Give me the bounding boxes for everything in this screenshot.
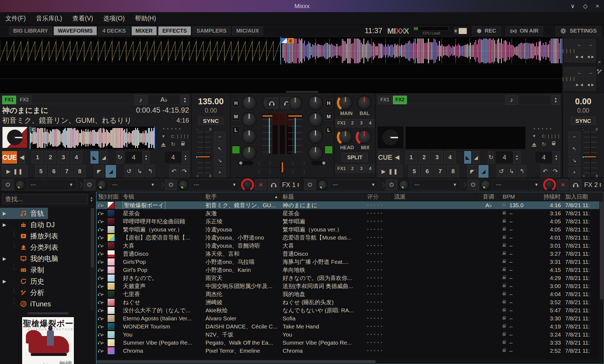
unlock-icon[interactable] bbox=[178, 141, 187, 148]
deck1-hotcue-button[interactable]: 4 bbox=[71, 151, 82, 164]
deck1-overview-waveform[interactable]: C bbox=[30, 127, 155, 149]
deck2-pitch-handle[interactable] bbox=[584, 155, 597, 158]
deck1-key-stepper[interactable]: ▲▼ bbox=[181, 95, 189, 105]
bpm-lock-icon[interactable] bbox=[503, 237, 506, 239]
table-row[interactable]: ▸ Girl's Pop 小野道ono、Karin 单向地铁 ••••• – 4… bbox=[97, 266, 604, 274]
preview-button[interactable]: ▸ bbox=[97, 226, 107, 233]
deck2-waveform[interactable] bbox=[0, 65, 562, 93]
ch2-quickeffect-knob[interactable] bbox=[308, 146, 323, 160]
deck2-zoom-in-button[interactable]: → bbox=[585, 67, 596, 78]
broadcast-button[interactable]: ((●))ON AIR bbox=[506, 26, 543, 36]
cell-rating[interactable]: ••••• bbox=[365, 314, 392, 322]
cell-rating[interactable]: ••••• bbox=[365, 217, 392, 225]
fx2-slot3-power-button[interactable]: ⏻ bbox=[468, 179, 479, 190]
cell-rating[interactable]: ••••• bbox=[365, 306, 392, 314]
table-row[interactable]: ▸ 哔哩哔哩拜年纪金曲回顾 乐正绫 繁华唱遍 ••••• – 4:05 7/8/… bbox=[97, 217, 604, 226]
fx2-slot2-select[interactable]: ---▼ bbox=[411, 179, 461, 190]
bpm-lock-icon[interactable] bbox=[503, 253, 506, 255]
deck1-hotcue-button[interactable]: 1 bbox=[32, 151, 43, 164]
sidebar-item[interactable]: ▶ 音轨 bbox=[0, 208, 48, 219]
deck1-hotcue-button[interactable]: 8 bbox=[74, 165, 85, 178]
table-row[interactable]: ▸ Girls'Pop 小野道ono、乌拉喵 海豚与广播 小野道 Feat...… bbox=[97, 258, 604, 266]
deck1-sync-button[interactable]: SYNC bbox=[198, 117, 223, 125]
cell-rating[interactable]: ••••• bbox=[365, 331, 392, 338]
toolbar-view-button[interactable]: MIC/AUX bbox=[232, 26, 263, 35]
toolbar-view-button[interactable]: MIXER bbox=[132, 26, 157, 35]
skin-toggle[interactable] bbox=[454, 27, 468, 35]
table-horizontal-scrollbar[interactable] bbox=[97, 359, 604, 364]
cell-rating[interactable]: ••••• bbox=[365, 242, 392, 249]
deck2-beatgrid-left-button[interactable]: ►◄ bbox=[574, 79, 585, 91]
search-input[interactable] bbox=[2, 194, 88, 204]
deck1-fx2-toggle[interactable]: FX2 bbox=[17, 96, 31, 104]
main-fx-assign-button[interactable]: 4 bbox=[366, 119, 374, 127]
table-row[interactable]: ▸ 普通Disco 洛天依、言和 普通Disco ••••• – 3:27 7/… bbox=[97, 250, 604, 258]
ch1-pfl-button[interactable] bbox=[266, 97, 278, 109]
deck1-loop-out-button[interactable]: ↰ bbox=[146, 165, 155, 178]
preview-button[interactable]: ▸ bbox=[97, 209, 107, 217]
cell-rating[interactable]: ••••• bbox=[365, 298, 392, 306]
fx2-slot1-select[interactable]: ---▼ bbox=[329, 179, 379, 190]
table-row[interactable]: ▸ 没什么大不了的（なんで... Akie秋绘 なんでもないや (原唱: RA.… bbox=[97, 306, 604, 314]
toolbar-view-button[interactable]: WAVEFORMS bbox=[54, 26, 97, 35]
bpm-lock-icon[interactable] bbox=[503, 220, 506, 223]
bpm-lock-icon[interactable] bbox=[503, 350, 506, 352]
table-row[interactable]: ▸ WONDER Tourism DAISHI DANCE、Cécile C..… bbox=[97, 323, 604, 331]
fx2-slot1-power-button[interactable]: ⏻ bbox=[304, 179, 316, 190]
bpm-lock-icon[interactable] bbox=[503, 277, 506, 279]
fx1-slot3-meta-knob[interactable] bbox=[178, 180, 188, 190]
ch1-crossfader-assign[interactable] bbox=[238, 161, 253, 165]
deck1-hotcue-button[interactable]: 2 bbox=[45, 151, 56, 164]
deck2-nudge-up-button[interactable]: ↖ bbox=[569, 144, 580, 154]
deck1-hotcue-button[interactable]: 3 bbox=[58, 151, 69, 164]
table-row[interactable]: ▸ 大喜 泠鸢yousa、音阙诗听 大喜 ••••• – 3:01 7/8/21… bbox=[97, 242, 604, 250]
ch1-quickeffect-toggle[interactable] bbox=[232, 146, 239, 153]
fx1-pfl-button[interactable] bbox=[268, 179, 279, 190]
deck2-fx1-toggle[interactable]: FX1 bbox=[378, 96, 392, 104]
deck1-reverse-button[interactable]: ◀ bbox=[19, 151, 25, 164]
deck1-rate-down-button[interactable]: − bbox=[214, 132, 225, 142]
deck2-play-button[interactable]: ▶ ❚❚ bbox=[378, 165, 402, 178]
table-row[interactable]: ▸ 聖槍爆裂ボーイ 初音ミク、鏡音リン、GU... 神のまにまに ••••• A… bbox=[97, 201, 604, 209]
main-fx-assign-button[interactable]: FX1 bbox=[335, 119, 348, 127]
table-row[interactable]: ▸ ねぐせ 洲崎綾 ねぐせ (睡乱的头发) ••••• – 3:52 7/8/2… bbox=[97, 298, 604, 306]
deck2-fx2-toggle[interactable]: FX2 bbox=[393, 96, 407, 104]
sidebar-item[interactable]: ▶ 录制 bbox=[0, 264, 96, 276]
deck2-loop-in-marker-button[interactable]: ◤ bbox=[467, 165, 477, 178]
deck2-hotcue-button[interactable]: 8 bbox=[447, 165, 459, 178]
menu-item[interactable]: 查看(V) bbox=[73, 14, 93, 23]
deck1-key-match-button[interactable]: ♪ bbox=[135, 95, 147, 105]
waveform-resize-grip[interactable] bbox=[286, 91, 318, 93]
expand-arrow-icon[interactable]: ▶ bbox=[3, 256, 8, 262]
sidebar-item[interactable]: ▶ 自动 DJ bbox=[0, 219, 96, 230]
cell-rating[interactable]: ••••• bbox=[365, 234, 392, 241]
sidebar-scrollbar[interactable] bbox=[90, 208, 95, 310]
col-genre[interactable]: 流派 bbox=[392, 192, 477, 201]
preview-button[interactable]: ▸ bbox=[97, 217, 107, 225]
ch2-eq-mid-knob[interactable] bbox=[308, 112, 323, 127]
bpm-lock-icon[interactable] bbox=[503, 317, 506, 320]
deck2-hotcue-button[interactable]: 2 bbox=[418, 151, 430, 164]
deck1-waveform[interactable]: E bbox=[0, 37, 562, 65]
fx2-pfl-button[interactable] bbox=[570, 179, 581, 190]
deck1-hotcue-button[interactable]: 5 bbox=[35, 165, 47, 178]
keylock-icon[interactable]: ❘❘❘❘ bbox=[549, 133, 558, 140]
preview-button[interactable]: ▸ bbox=[97, 323, 107, 330]
deck2-loop-out-marker-button[interactable]: ◢ bbox=[479, 165, 488, 178]
head-fx-assign-button[interactable]: 2 bbox=[348, 165, 356, 173]
deck1-reloop-button[interactable]: ↺ bbox=[125, 165, 133, 178]
sidebar-resize-grip[interactable] bbox=[0, 312, 96, 315]
deck2-cue-button[interactable]: CUE bbox=[378, 151, 393, 164]
deck2-beatgrid-right-button[interactable]: ◄► bbox=[585, 79, 596, 91]
table-row[interactable]: ▸ Chroma Pixel Terror、Emeline Chroma •••… bbox=[97, 347, 604, 355]
record-button[interactable]: REC bbox=[472, 26, 500, 36]
keylock-icon[interactable]: ❘❘❘❘ bbox=[178, 133, 187, 140]
col-key[interactable]: 音调 bbox=[477, 192, 500, 201]
deck2-key-stepper[interactable]: ▲▼ bbox=[552, 95, 560, 105]
col-duration[interactable]: 持续时 bbox=[539, 192, 563, 201]
ch2-eq-high-knob[interactable] bbox=[308, 96, 323, 110]
main-fx-assign-button[interactable]: 2 bbox=[348, 119, 356, 127]
preview-button[interactable]: ▸ bbox=[97, 250, 107, 258]
bpm-lock-icon[interactable] bbox=[503, 301, 506, 303]
fx1-slot2-select[interactable]: ---▼ bbox=[109, 179, 159, 190]
